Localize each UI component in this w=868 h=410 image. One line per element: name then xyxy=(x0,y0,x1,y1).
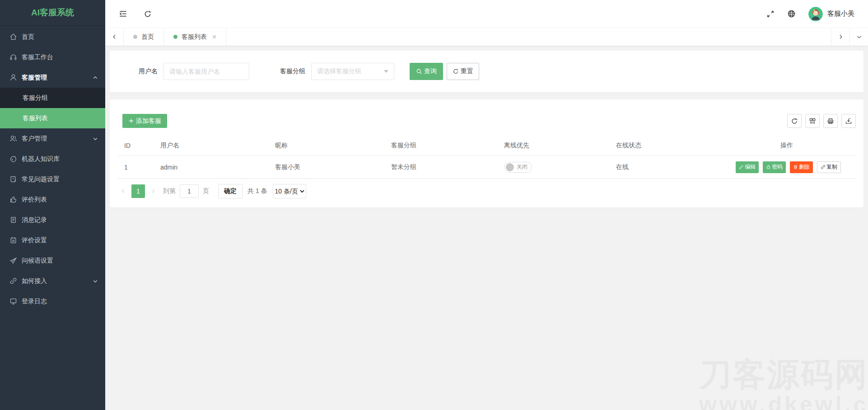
sidebar-item-service-list[interactable]: 客服列表 xyxy=(0,108,105,128)
prev-page-icon[interactable] xyxy=(117,184,129,198)
group-label: 客服分组 xyxy=(280,67,305,75)
sidebar-item-label: 问候语设置 xyxy=(22,257,53,265)
edit-button[interactable]: 编辑 xyxy=(736,161,759,173)
robot-icon xyxy=(9,155,17,163)
sidebar-submenu-service: 客服分组 客服列表 xyxy=(0,88,105,128)
group-select-placeholder: 请选择客服分组 xyxy=(317,67,361,75)
sidebar-item-service-management[interactable]: 客服管理 xyxy=(0,67,105,88)
chevron-up-icon xyxy=(93,75,98,80)
goto-confirm-button[interactable]: 确定 xyxy=(218,184,243,198)
paper-plane-icon xyxy=(9,257,17,264)
goto-page-input[interactable] xyxy=(180,184,199,198)
tab-service-list[interactable]: 客服列表 × xyxy=(164,28,226,46)
page-size-select[interactable]: 10 条/页 xyxy=(273,184,306,198)
top-header: 客服小美 xyxy=(105,0,868,28)
tab-close-icon[interactable]: × xyxy=(212,33,216,41)
col-header-group: 客服分组 xyxy=(384,135,497,156)
col-header-nickname: 昵称 xyxy=(268,135,384,156)
fullscreen-icon[interactable] xyxy=(766,10,775,18)
sidebar-item-robot-knowledge[interactable]: 机器人知识库 xyxy=(0,149,105,169)
refresh-icon[interactable] xyxy=(144,10,152,18)
table-row: 1 admin 客服小美 暂未分组 关闭 在线 xyxy=(117,156,856,179)
sidebar-item-label: 客户管理 xyxy=(22,135,47,143)
search-panel: 用户名 客服分组 请选择客服分组 查询 重置 xyxy=(110,51,863,92)
sidebar-item-home[interactable]: 首页 xyxy=(0,27,105,47)
page-number-button[interactable]: 1 xyxy=(131,184,145,198)
tab-label: 客服列表 xyxy=(182,33,207,41)
table-panel: 添加客服 xyxy=(110,99,863,207)
sidebar-item-label: 评价列表 xyxy=(22,196,47,204)
add-service-button[interactable]: 添加客服 xyxy=(122,114,167,128)
table-tool-buttons xyxy=(787,114,856,128)
sidebar-item-message-records[interactable]: 消息记录 xyxy=(0,210,105,230)
print-button[interactable] xyxy=(823,114,838,128)
main-content: 用户名 客服分组 请选择客服分组 查询 重置 添加客服 xyxy=(105,45,868,410)
sidebar-item-workbench[interactable]: 客服工作台 xyxy=(0,47,105,67)
user-name: 客服小美 xyxy=(827,9,854,18)
next-page-icon[interactable] xyxy=(147,184,159,198)
sidebar-item-faq-settings[interactable]: ? 常见问题设置 xyxy=(0,169,105,189)
copy-button[interactable]: 复制 xyxy=(817,161,841,173)
reset-button[interactable]: 重置 xyxy=(447,63,479,80)
globe-icon[interactable] xyxy=(787,9,796,18)
cell-group: 暂未分组 xyxy=(384,156,497,179)
group-select[interactable]: 请选择客服分组 xyxy=(311,63,394,80)
delete-button[interactable]: 删除 xyxy=(790,161,813,173)
username-input[interactable] xyxy=(163,63,249,80)
user-icon xyxy=(9,74,17,81)
tab-status-dot xyxy=(133,35,137,39)
cell-id: 1 xyxy=(117,156,154,179)
monitor-icon xyxy=(9,297,17,305)
table-refresh-button[interactable] xyxy=(787,114,802,128)
sidebar-item-service-groups[interactable]: 客服分组 xyxy=(0,88,105,108)
reset-button-label: 重置 xyxy=(461,67,473,75)
sidebar-item-greeting-settings[interactable]: 问候语设置 xyxy=(0,250,105,271)
app-logo: AI客服系统 xyxy=(0,0,105,26)
col-header-actions: 操作 xyxy=(718,135,856,156)
link-icon xyxy=(9,277,17,285)
sidebar-item-label: 客服工作台 xyxy=(22,53,53,61)
tabs-menu-button[interactable] xyxy=(849,28,868,46)
toggle-label: 关闭 xyxy=(517,163,527,171)
col-header-id: ID xyxy=(117,135,154,156)
tab-label: 首页 xyxy=(141,33,154,41)
sidebar-item-review-list[interactable]: 评价列表 xyxy=(0,189,105,210)
cell-actions: 编辑 密码 删除 复制 xyxy=(718,156,856,179)
sidebar-item-login-log[interactable]: 登录日志 xyxy=(0,291,105,311)
collapse-menu-icon[interactable] xyxy=(119,9,127,18)
offline-first-toggle[interactable]: 关闭 xyxy=(504,162,532,173)
col-header-username: 用户名 xyxy=(154,135,268,156)
tab-bar: 首页 客服列表 × xyxy=(105,28,868,46)
username-label: 用户名 xyxy=(139,67,158,75)
sidebar-item-label: 如何接入 xyxy=(22,277,47,285)
question-doc-icon: ? xyxy=(9,175,17,183)
sidebar-item-review-settings[interactable]: 评价设置 xyxy=(0,230,105,250)
tabbar-spacer xyxy=(226,28,831,46)
app-window: AI客服系统 首页 客服工作台 客服管理 xyxy=(0,0,868,410)
edit-button-label: 编辑 xyxy=(745,163,756,171)
user-menu[interactable]: 客服小美 xyxy=(808,7,854,21)
tab-home[interactable]: 首页 xyxy=(124,28,164,46)
sidebar-item-label: 消息记录 xyxy=(22,216,47,224)
columns-filter-button[interactable] xyxy=(805,114,820,128)
export-button[interactable] xyxy=(841,114,856,128)
tabs-scroll-right-button[interactable] xyxy=(831,28,849,46)
sidebar-item-customer-management[interactable]: 客户管理 xyxy=(0,128,105,149)
sidebar-item-label: 评价设置 xyxy=(22,236,47,245)
chevron-down-icon xyxy=(384,70,388,73)
password-button[interactable]: 密码 xyxy=(763,161,786,173)
pagination: 1 到第 页 确定 共 1 条 10 条/页 xyxy=(117,184,856,198)
headset-icon xyxy=(9,53,17,61)
tabs-scroll-left-button[interactable] xyxy=(105,28,124,46)
col-header-online-status: 在线状态 xyxy=(609,135,718,156)
sidebar-item-how-to-access[interactable]: 如何接入 xyxy=(0,271,105,291)
total-count-label: 共 1 条 xyxy=(247,187,267,195)
query-button-label: 查询 xyxy=(424,67,437,75)
cell-online-status: 在线 xyxy=(609,156,718,179)
query-button[interactable]: 查询 xyxy=(410,63,443,80)
chevron-down-icon xyxy=(93,278,98,284)
sidebar-menu: 首页 客服工作台 客服管理 客服分组 客服列表 xyxy=(0,26,105,311)
service-table: ID 用户名 昵称 客服分组 离线优先 在线状态 操作 1 admin 客服小美 xyxy=(117,135,856,179)
add-service-button-label: 添加客服 xyxy=(136,117,161,125)
cell-nickname: 客服小美 xyxy=(268,156,384,179)
